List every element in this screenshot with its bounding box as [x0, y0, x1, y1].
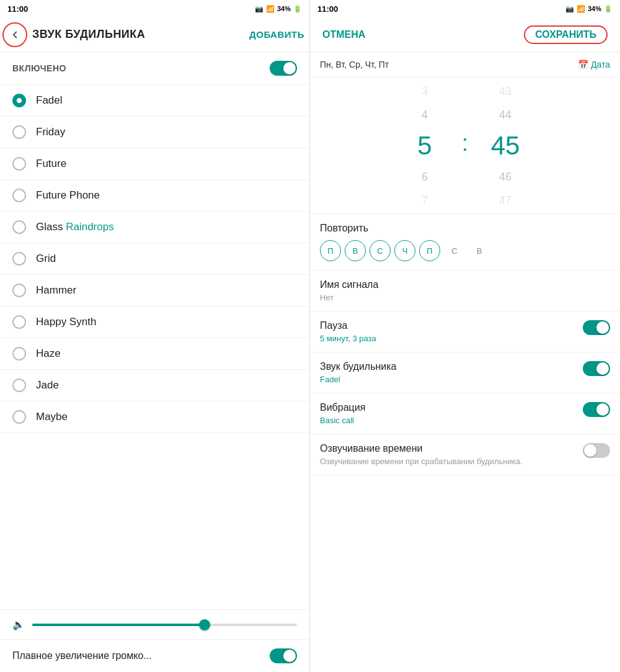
ringtone-name: Glass Raindrops — [36, 221, 114, 233]
time-picker[interactable]: 3 4 5 6 7 : 43 44 45 46 47 — [310, 78, 620, 214]
wifi-icon: 📶 — [266, 5, 275, 13]
day-mon[interactable]: П — [320, 240, 341, 261]
days-row: Пн, Вт, Ср, Чт, Пт 📅 Дата — [310, 52, 620, 78]
smooth-label: Плавное увеличение громко... — [12, 650, 152, 661]
signal-name-label: Имя сигнала — [320, 279, 610, 290]
voice-row: Озвучивание времени Озвучивание времени … — [310, 434, 620, 475]
smooth-toggle[interactable] — [270, 648, 297, 663]
save-button[interactable]: СОХРАНИТЬ — [524, 25, 608, 44]
vibration-text: Вибрация Basic call — [320, 402, 578, 425]
calendar-icon: 📅 — [578, 60, 588, 69]
day-sun[interactable]: В — [469, 240, 490, 261]
add-button[interactable]: ДОБАВИТЬ — [249, 29, 304, 40]
ringtone-list: Fadel Friday Future Future Phone Glass R… — [0, 85, 309, 609]
alarm-sound-row: Звук будильника Fadel — [310, 352, 620, 393]
list-item[interactable]: Friday — [0, 117, 309, 148]
volume-thumb[interactable] — [199, 619, 210, 630]
battery-icon: 🔋 — [293, 5, 302, 13]
hour-7: 7 — [422, 189, 428, 212]
hours-column: 3 4 5 6 7 — [388, 79, 462, 212]
cancel-button[interactable]: ОТМЕНА — [322, 29, 365, 40]
day-sat[interactable]: С — [444, 240, 465, 261]
list-item[interactable]: Grid — [0, 243, 309, 275]
list-item[interactable]: Glass Raindrops — [0, 212, 309, 243]
list-item[interactable]: Happy Synth — [0, 307, 309, 338]
ringtone-name: Friday — [36, 126, 65, 138]
min-43: 43 — [499, 79, 512, 103]
alarm-sound-label: Звук будильника — [320, 361, 578, 372]
list-item[interactable]: Haze — [0, 338, 309, 370]
hour-6: 6 — [422, 165, 428, 189]
day-fri[interactable]: П — [419, 240, 440, 261]
left-header: ЗВУК БУДИЛЬНИКА ДОБАВИТЬ — [0, 17, 309, 52]
page-title: ЗВУК БУДИЛЬНИКА — [32, 28, 249, 41]
list-item[interactable]: Future — [0, 148, 309, 180]
list-item[interactable]: Fadel — [0, 85, 309, 117]
ringtone-name: Future — [36, 158, 66, 170]
voice-text: Озвучивание времени Озвучивание времени … — [320, 443, 578, 466]
right-status-time: 11:00 — [317, 4, 338, 14]
highlight-text: Raindrops — [66, 221, 114, 233]
right-panel: 11:00 📷 📶 34% 🔋 ОТМЕНА СОХРАНИТЬ Пн, Вт,… — [310, 0, 620, 672]
ringtone-name: Haze — [36, 347, 61, 360]
enabled-toggle[interactable] — [270, 61, 297, 76]
r-camera-icon: 📷 — [565, 5, 574, 13]
left-panel: 11:00 📷 📶 34% 🔋 ЗВУК БУДИЛЬНИКА ДОБАВИТЬ… — [0, 0, 310, 672]
radio-future-phone — [12, 189, 26, 202]
list-item[interactable]: Jade — [0, 370, 309, 401]
voice-label: Озвучивание времени — [320, 443, 578, 454]
hour-4: 4 — [422, 103, 428, 127]
vibration-label: Вибрация — [320, 402, 578, 413]
days-circles: П В С Ч П С В — [320, 240, 610, 261]
min-46: 46 — [499, 165, 512, 189]
pause-value: 5 минут, 3 раза — [320, 334, 578, 343]
radio-grid — [12, 252, 26, 266]
radio-friday — [12, 125, 26, 139]
repeat-label: Повторить — [320, 223, 610, 234]
battery-pct: 34% — [277, 5, 291, 12]
volume-row: 🔈 — [0, 609, 309, 639]
minutes-column: 43 44 45 46 47 — [468, 79, 542, 212]
ringtone-name: Maybe — [36, 411, 68, 423]
list-item[interactable]: Hammer — [0, 275, 309, 307]
radio-glass-raindrops — [12, 220, 26, 234]
radio-haze — [12, 347, 26, 361]
radio-fadel — [12, 94, 26, 107]
min-44: 44 — [499, 103, 512, 127]
ringtone-name: Future Phone — [36, 189, 100, 202]
pause-row: Пауза 5 минут, 3 раза — [310, 311, 620, 352]
alarm-sound-text: Звук будильника Fadel — [320, 361, 578, 384]
r-battery-pct: 34% — [588, 5, 601, 12]
r-wifi-icon: 📶 — [577, 5, 585, 13]
min-45-active: 45 — [491, 127, 520, 165]
radio-maybe — [12, 410, 26, 424]
left-status-bar: 11:00 📷 📶 34% 🔋 — [0, 0, 309, 17]
volume-fill — [32, 624, 205, 626]
date-button[interactable]: 📅 Дата — [578, 60, 610, 69]
ringtone-name: Jade — [36, 379, 59, 392]
right-status-bar: 11:00 📷 📶 34% 🔋 — [310, 0, 620, 17]
ringtone-name: Fadel — [36, 94, 63, 107]
min-47: 47 — [499, 189, 512, 212]
days-text: Пн, Вт, Ср, Чт, Пт — [320, 60, 389, 69]
smooth-row: Плавное увеличение громко... — [0, 639, 309, 672]
camera-icon: 📷 — [255, 5, 264, 13]
day-wed[interactable]: С — [370, 240, 391, 261]
alarm-sound-toggle[interactable] — [583, 361, 610, 376]
date-label: Дата — [591, 60, 610, 69]
list-item[interactable]: Future Phone — [0, 180, 309, 212]
right-status-icons: 📷 📶 34% 🔋 — [565, 5, 613, 13]
enabled-row: ВКЛЮЧЕНО — [0, 52, 309, 85]
back-button[interactable] — [2, 22, 27, 47]
voice-toggle[interactable] — [583, 443, 610, 458]
list-item[interactable]: Maybe — [0, 401, 309, 433]
radio-jade — [12, 379, 26, 392]
vibration-value: Basic call — [320, 416, 578, 425]
left-status-time: 11:00 — [7, 4, 28, 14]
pause-toggle[interactable] — [583, 320, 610, 335]
vibration-toggle[interactable] — [583, 402, 610, 417]
volume-slider[interactable] — [32, 624, 297, 626]
day-tue[interactable]: В — [345, 240, 366, 261]
radio-future — [12, 157, 26, 171]
day-thu[interactable]: Ч — [394, 240, 415, 261]
